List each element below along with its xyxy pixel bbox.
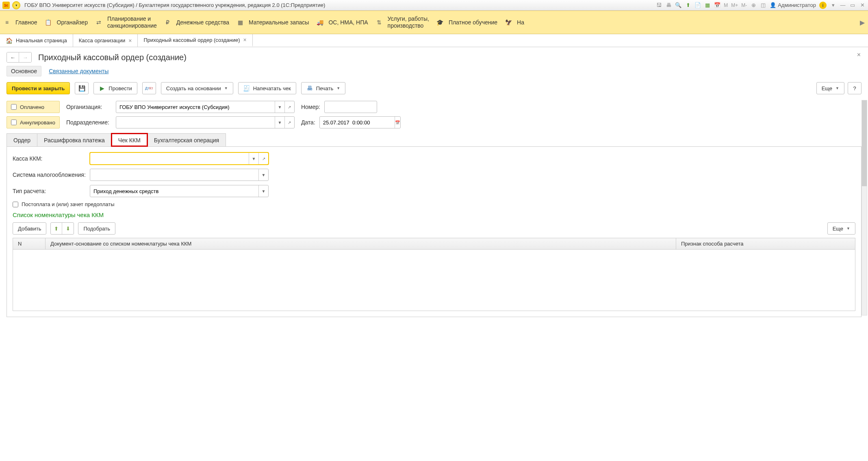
tab-payment-detail[interactable]: Расшифровка платежа — [37, 133, 112, 146]
subnav-main[interactable]: Основное — [7, 66, 41, 76]
chevron-down-icon[interactable]: ▼ — [275, 101, 284, 113]
vertical-scrollbar[interactable] — [861, 100, 867, 315]
number-input[interactable] — [324, 101, 377, 113]
number-label: Номер: — [301, 104, 320, 110]
tab-order[interactable]: Ордер — [7, 133, 37, 146]
move-down-button[interactable]: ⬇ — [62, 223, 74, 234]
receipt-icon: 🧾 — [243, 85, 250, 91]
nav-history: ← → — [7, 52, 32, 63]
dtkt-button[interactable]: ДтКт — [142, 82, 156, 94]
chevron-down-icon[interactable]: ▼ — [249, 153, 258, 164]
open-icon[interactable]: ↗ — [258, 153, 268, 164]
chevron-down-icon[interactable]: ▼ — [258, 169, 268, 180]
list-more-button[interactable]: Еще▼ — [827, 222, 855, 235]
preview-icon[interactable]: 🔍 — [675, 2, 681, 9]
move-up-button[interactable]: ⬆ — [51, 223, 62, 234]
close-icon[interactable]: × — [243, 37, 247, 43]
dept-input[interactable] — [116, 117, 275, 128]
cap-icon: 🎓 — [436, 19, 444, 26]
kassa-input[interactable] — [90, 153, 249, 164]
add-button[interactable]: Добавить — [13, 222, 46, 235]
zoom-icon[interactable]: ⊕ — [750, 2, 757, 9]
mplus-button[interactable]: M+ — [731, 2, 738, 8]
print-check-button[interactable]: 🧾Напечатать чек — [238, 82, 296, 94]
minimize-icon[interactable]: — — [840, 2, 846, 9]
calendar-icon[interactable]: 📅 — [714, 2, 720, 9]
nav-main[interactable]: ≡Главное — [3, 19, 37, 26]
tab-kassa[interactable]: Касса организации× — [73, 34, 138, 47]
panels-icon[interactable]: ◫ — [760, 2, 766, 9]
calculator-icon[interactable]: ▦ — [704, 2, 711, 9]
print-button[interactable]: 🖶Печать▼ — [301, 82, 346, 94]
table-body[interactable] — [13, 250, 855, 311]
date-field[interactable]: 📅 — [319, 116, 401, 128]
page-close-icon[interactable]: × — [857, 51, 861, 59]
help-button[interactable]: ? — [848, 82, 861, 94]
post-and-close-button[interactable]: Провести и закрыть — [7, 82, 70, 94]
mminus-button[interactable]: M- — [741, 2, 747, 8]
col-doc[interactable]: Документ-основание со списком номенклату… — [46, 238, 676, 249]
m-button[interactable]: M — [724, 2, 728, 8]
open-icon[interactable]: ↗ — [284, 117, 294, 128]
chevron-down-icon: ▼ — [224, 86, 228, 90]
nav-services[interactable]: ⇅Услуги, работы, производство — [375, 15, 429, 29]
subnav-related-link[interactable]: Связанные документы — [49, 68, 108, 74]
more-button[interactable]: Еще▼ — [816, 82, 844, 94]
nav-scroll-right-icon[interactable]: ▶ — [860, 19, 865, 26]
post-button[interactable]: ▶Провести — [93, 82, 137, 94]
calendar-icon[interactable]: 📅 — [395, 117, 400, 128]
info-icon[interactable]: i — [819, 2, 827, 9]
print-icon[interactable]: 🖶 — [665, 2, 672, 9]
nav-education[interactable]: 🎓Платное обучение — [436, 19, 497, 26]
nav-planning[interactable]: ⇄Планирование и санкционирование — [95, 15, 157, 29]
app-menu-dropdown[interactable]: ▾ — [12, 1, 20, 9]
nav-money[interactable]: ₽Денежные средства — [164, 19, 229, 26]
tab-accounting[interactable]: Бухгалтерская операция — [147, 133, 226, 146]
nav-materials[interactable]: ▦Материальные запасы — [237, 19, 309, 26]
kassa-field[interactable]: ▼ ↗ — [90, 152, 269, 165]
close-icon[interactable]: × — [128, 37, 132, 44]
dept-field[interactable]: ▼ ↗ — [116, 116, 295, 128]
col-sign[interactable]: Признак способа расчета — [676, 238, 855, 249]
date-input[interactable] — [320, 117, 395, 128]
paid-checkbox[interactable]: Оплачено — [7, 101, 60, 113]
dtkt-icon: ДтКт — [146, 85, 152, 91]
cancelled-checkbox[interactable]: Аннулировано — [7, 116, 60, 128]
forward-button[interactable]: → — [19, 52, 31, 62]
tab-order[interactable]: Приходный кассовый ордер (создание)× — [138, 34, 252, 47]
upload-icon[interactable]: ⬆ — [685, 2, 691, 9]
org-label: Организация: — [66, 101, 109, 113]
chevron-down-icon[interactable]: ▼ — [275, 117, 284, 128]
org-input[interactable] — [116, 101, 275, 113]
open-icon[interactable]: ↗ — [284, 101, 294, 113]
calc-input[interactable] — [90, 185, 258, 197]
nav-more[interactable]: 🦅На — [505, 19, 524, 26]
nav-assets[interactable]: 🚚ОС, НМА, НПА — [316, 19, 368, 26]
page-title: Приходный кассовый ордер (создание) — [38, 53, 187, 62]
create-based-button[interactable]: Создать на основании▼ — [161, 82, 233, 94]
dropdown-icon[interactable]: ▾ — [830, 2, 836, 9]
tab-check-kkm[interactable]: Чек ККМ — [111, 133, 148, 146]
truck-icon: 🚚 — [316, 19, 323, 26]
calc-label: Тип расчета: — [13, 188, 86, 194]
user-label[interactable]: 👤 Администратор — [770, 2, 816, 8]
close-icon[interactable]: ✕ — [859, 2, 866, 9]
save-icon[interactable]: 🖫 — [655, 2, 662, 9]
col-n[interactable]: N — [13, 238, 46, 249]
postpay-checkbox[interactable] — [13, 202, 18, 207]
maximize-icon[interactable]: ▭ — [849, 2, 856, 9]
scrollbar-thumb[interactable] — [862, 100, 867, 186]
pick-button[interactable]: Подобрать — [78, 222, 115, 235]
copy-icon[interactable]: 📄 — [694, 2, 701, 9]
calc-field[interactable]: ▼ — [90, 185, 269, 197]
back-button[interactable]: ← — [7, 52, 19, 62]
tab-home[interactable]: 🏠Начальная страница — [0, 34, 73, 47]
save-button[interactable]: 💾 — [75, 82, 89, 94]
tax-field[interactable]: ▼ — [90, 169, 269, 181]
page-subnav: Основное Связанные документы — [7, 66, 861, 76]
org-field[interactable]: ▼ ↗ — [116, 101, 295, 113]
nav-organizer[interactable]: 📋Органайзер — [45, 19, 88, 26]
tax-input[interactable] — [90, 169, 258, 180]
chevron-down-icon[interactable]: ▼ — [258, 185, 268, 197]
boxes-icon: ▦ — [237, 19, 244, 26]
